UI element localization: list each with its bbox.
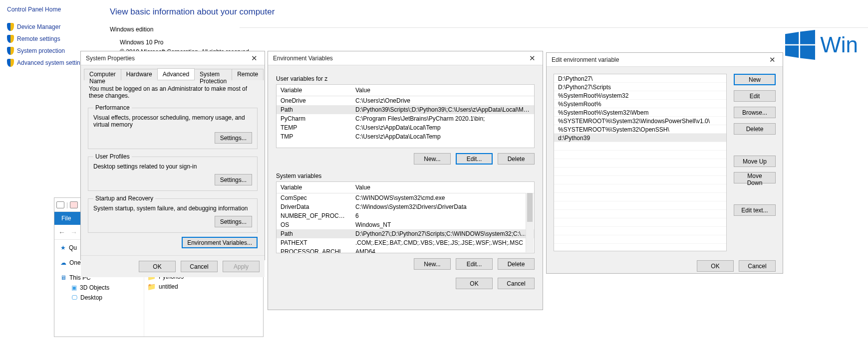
list-item[interactable]: %SystemRoot%\system32 [554,91,726,100]
col-value[interactable]: Value [351,85,374,96]
cell-value: C:\Users\z\AppData\Local\Temp [351,124,534,132]
list-item[interactable]: %SystemRoot%\System32\Wbem [554,108,726,117]
list-item[interactable]: %SYSTEMROOT%\System32\OpenSSH\ [554,125,726,134]
table-row[interactable]: PathD:\Python39\Scripts\;D:\Python39\;C:… [277,105,534,114]
tab[interactable]: Computer Name [84,69,121,80]
performance-group: Performance Visual effects, processor sc… [88,104,258,149]
list-item[interactable]: D:\Python27\ [554,74,726,83]
list-item[interactable]: D:\Python27\Scripts [554,83,726,91]
cell-value: D:\Python39\Scripts\;D:\Python39\;C:\Use… [351,106,534,114]
col-value[interactable]: Value [351,182,374,193]
user-vars-label: User variables for z [276,75,535,82]
list-item[interactable]: %SystemRoot% [554,100,726,108]
sidebar-link[interactable]: Remote settings [7,35,95,43]
titlebar: Edit environment variable ✕ [547,53,783,67]
cell-variable: DriverData [277,203,351,211]
page-title: View basic information about your comput… [110,7,858,17]
table-row[interactable]: PyCharmC:\Program Files\JetBrains\PyChar… [277,114,534,123]
edit-button[interactable]: Edit [734,90,776,102]
table-row[interactable]: TMPC:\Users\z\AppData\Local\Temp [277,132,534,141]
forward-button[interactable]: → [70,228,77,236]
sys-delete-button[interactable]: Delete [498,258,535,270]
apply-button[interactable]: Apply [223,261,260,272]
table-row[interactable]: ComSpecC:\WINDOWS\system32\cmd.exe [277,193,534,202]
divider: | [66,201,68,208]
table-row[interactable]: PROCESSOR_ARCHITECTUREAMD64 [277,247,534,253]
shield-icon [7,47,14,55]
move-up-button[interactable]: Move Up [734,156,776,167]
windows-logo: Win [785,30,858,60]
cloud-icon: ☁ [60,259,66,266]
cancel-button[interactable]: Cancel [498,278,535,289]
table-row[interactable]: NUMBER_OF_PROCESSORS6 [277,211,534,220]
col-variable[interactable]: Variable [277,85,351,96]
user-delete-button[interactable]: Delete [498,153,535,165]
edit-text-button[interactable]: Edit text... [734,204,776,216]
move-down-button[interactable]: Move Down [734,172,776,183]
titlebar: Environment Variables ✕ [268,51,543,65]
list-item-empty [554,159,726,168]
file-menu[interactable]: File [54,212,78,225]
cancel-button[interactable]: Cancel [181,261,218,272]
list-item-empty [554,151,726,159]
new-button[interactable]: New [734,74,776,85]
tab[interactable]: Hardware [121,69,158,80]
edition-name: Windows 10 Pro [120,38,858,47]
environment-variables-button[interactable]: Environment Variables... [182,237,258,248]
sys-new-button[interactable]: New... [414,258,451,270]
performance-settings-button[interactable]: Settings... [215,132,252,144]
sys-vars-table[interactable]: Variable Value ComSpecC:\WINDOWS\system3… [276,181,535,253]
table-row[interactable]: OneDriveC:\Users\z\OneDrive [277,96,534,105]
tree-3d-objects[interactable]: ▣3D Objects [60,283,144,293]
list-item[interactable]: d:\Python39 [554,134,726,142]
table-row[interactable]: PATHEXT.COM;.EXE;.BAT;.CMD;.VBS;.VBE;.JS… [277,238,534,247]
performance-legend: Performance [93,104,132,111]
path-entries-list[interactable]: D:\Python27\D:\Python27\Scripts%SystemRo… [554,74,727,251]
browse-button[interactable]: Browse... [734,107,776,118]
user-new-button[interactable]: New... [414,153,451,165]
cell-value: C:\Users\z\OneDrive [351,97,534,105]
ok-button[interactable]: OK [139,261,176,272]
table-row[interactable]: TEMPC:\Users\z\AppData\Local\Temp [277,123,534,132]
tab[interactable]: Remote [232,69,264,80]
list-item-empty [554,235,726,244]
user-vars-table[interactable]: Variable Value OneDriveC:\Users\z\OneDri… [276,84,535,148]
back-button[interactable]: ← [58,228,65,236]
user-edit-button[interactable]: Edit... [456,153,493,165]
windows-logo-text: Win [820,32,858,57]
ok-button[interactable]: OK [697,260,734,272]
col-variable[interactable]: Variable [277,182,351,193]
user-profiles-legend: User Profiles [93,153,132,160]
startup-settings-button[interactable]: Settings... [215,216,252,227]
list-item[interactable]: %SYSTEMROOT%\System32\WindowsPowerShell\… [554,117,726,125]
tab[interactable]: System Protection [194,69,232,80]
tab[interactable]: Advanced [157,68,195,80]
pc-icon: 🖥 [60,274,66,281]
list-item-empty [554,227,726,235]
cancel-button[interactable]: Cancel [739,260,776,272]
table-row[interactable]: PathD:\Python27\;D:\Python27\Scripts;C:\… [277,229,534,238]
link-label: Advanced system settings [17,59,86,66]
cell-value: D:\Python27\;D:\Python27\Scripts;C:\WIND… [351,230,534,238]
tree-desktop[interactable]: 🖵Desktop [60,293,144,303]
list-item-empty [554,142,726,151]
sidebar-link[interactable]: Device Manager [7,23,95,31]
qa-icon[interactable] [70,201,78,208]
cp-home-link[interactable]: Control Panel Home [7,6,95,13]
sys-edit-button[interactable]: Edit... [456,258,493,270]
close-button[interactable]: ✕ [766,55,779,64]
windows-icon [785,30,815,60]
scrollbar-thumb[interactable] [527,193,533,222]
ok-button[interactable]: OK [456,278,493,289]
user-profiles-settings-button[interactable]: Settings... [215,174,252,185]
close-button[interactable]: ✕ [526,54,539,63]
startup-desc: System startup, system failure, and debu… [93,205,252,212]
delete-button[interactable]: Delete [734,123,776,135]
scrollbar[interactable] [526,193,534,252]
link-label: System protection [17,47,65,54]
performance-desc: Visual effects, processor scheduling, me… [93,114,252,128]
table-row[interactable]: OSWindows_NT [277,220,534,229]
close-button[interactable]: ✕ [248,54,261,63]
list-item[interactable]: 📁untitled [147,282,263,292]
table-row[interactable]: DriverDataC:\Windows\System32\Drivers\Dr… [277,202,534,211]
